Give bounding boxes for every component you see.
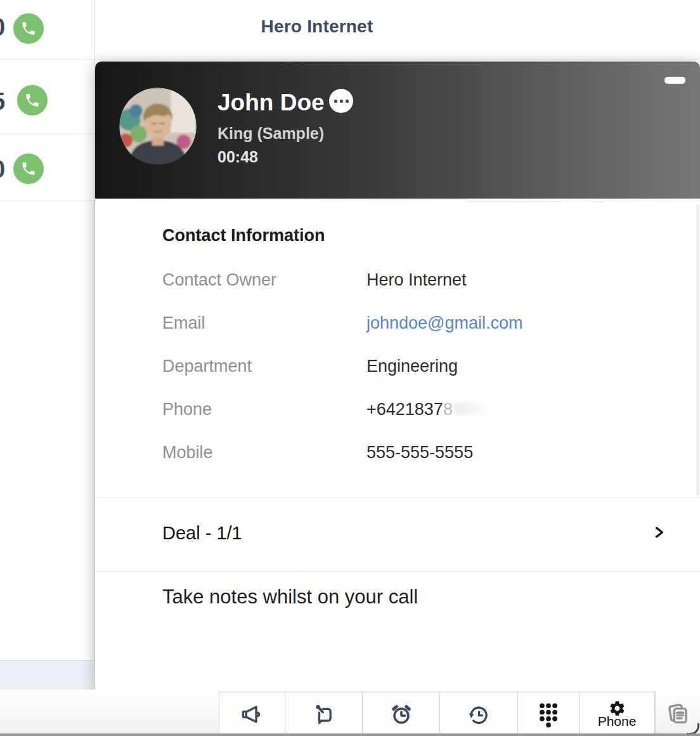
list-footer-row: [0, 660, 95, 690]
megaphone-icon: [240, 702, 265, 727]
call-card-header: John Doe King (Sample) 00:48: [95, 62, 700, 199]
phone-number-fragment: 0: [0, 14, 10, 41]
call-icon: [20, 161, 37, 177]
redacted-blur: [454, 402, 487, 415]
list-item: 0: [0, 156, 10, 185]
field-label: Department: [162, 357, 252, 376]
contact-info-heading: Contact Information: [162, 226, 325, 246]
row-separator: [0, 200, 95, 201]
alarm-icon: [389, 702, 414, 727]
toolbar-bottom-border: [0, 733, 700, 736]
field-label: Mobile: [162, 443, 213, 463]
list-item: 5: [0, 88, 10, 117]
field-value: Hero Internet: [366, 270, 467, 290]
call-options-button[interactable]: [329, 89, 353, 113]
notes-input[interactable]: Take notes whilst on your call: [162, 586, 418, 608]
field-value: +64218378: [366, 400, 487, 419]
field-value: Engineering: [366, 357, 458, 376]
scrollbar[interactable]: [696, 204, 699, 496]
toolbar-cells: Phone: [219, 692, 655, 736]
contact-field-row: Department Engineering: [162, 357, 670, 379]
call-history-button[interactable]: [439, 692, 517, 736]
contact-field-row: Email johndoe@gmail.com: [162, 313, 670, 336]
deal-section-label: Deal - 1/1: [162, 523, 242, 544]
contact-field-row: Mobile 555-555-5555: [162, 443, 670, 466]
phone-number-fragment: 0: [0, 156, 10, 183]
row-separator: [0, 59, 700, 60]
list-item: 0: [0, 14, 10, 43]
bottom-toolbar: Phone: [0, 690, 700, 736]
section-divider: [95, 497, 700, 497]
dialpad-icon: [535, 700, 562, 729]
call-icon: [24, 92, 41, 108]
screen: Hero Internet 0 5 0: [0, 0, 700, 736]
chevron-right-icon[interactable]: [650, 522, 669, 543]
call-icon: [20, 20, 37, 37]
phone-faded-part: 8: [443, 400, 453, 419]
caller-record: King (Sample): [217, 124, 324, 143]
minimize-icon[interactable]: [664, 77, 685, 84]
call-card: John Doe King (Sample) 00:48 Contact Inf…: [95, 62, 700, 690]
ellipsis-icon: [334, 100, 337, 103]
section-divider: [95, 571, 700, 572]
field-label: Email: [162, 313, 205, 333]
email-link[interactable]: johndoe@gmail.com: [366, 313, 523, 333]
caller-name: John Doe: [217, 89, 325, 116]
call-button[interactable]: [17, 85, 48, 115]
call-button[interactable]: [13, 13, 44, 44]
contact-field-row: Phone +64218378: [162, 400, 670, 423]
field-value: 555-555-5555: [366, 443, 473, 463]
phone-visible-part: +6421837: [366, 400, 443, 419]
call-timer: 00:48: [217, 148, 258, 166]
phone-number-fragment: 5: [0, 88, 10, 115]
reminder-button[interactable]: [362, 692, 439, 736]
field-label: Phone: [162, 400, 212, 419]
page-title: Hero Internet: [184, 16, 450, 37]
call-button[interactable]: [13, 154, 44, 184]
history-icon: [466, 702, 491, 727]
contact-field-row: Contact Owner Hero Internet: [162, 270, 670, 293]
pinned-note-icon: [311, 702, 337, 727]
sticky-note-button[interactable]: [285, 692, 362, 736]
phone-settings-button[interactable]: Phone: [579, 692, 655, 736]
field-label: Contact Owner: [162, 270, 276, 290]
row-separator: [0, 133, 95, 134]
dialpad-button[interactable]: [517, 692, 579, 736]
announcements-button[interactable]: [219, 692, 285, 736]
phone-settings-label: Phone: [598, 714, 637, 729]
avatar: [119, 88, 197, 165]
